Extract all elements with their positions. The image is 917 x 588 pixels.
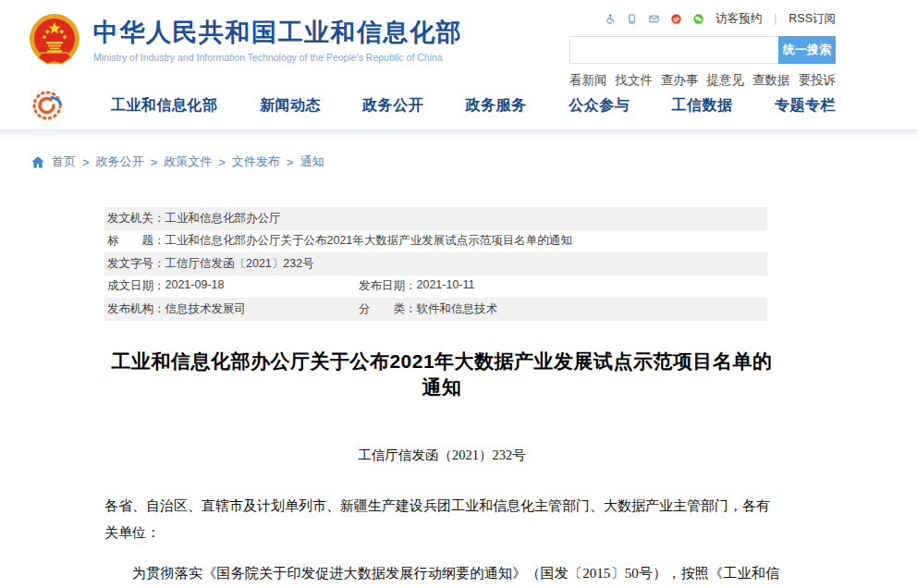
site-header: 中华人民共和国工业和信息化部 Ministry of Industry and … xyxy=(0,0,917,81)
meta-value: 软件和信息技术 xyxy=(417,301,498,317)
header-divider: | xyxy=(774,12,776,25)
meta-label: 发文机关： xyxy=(107,211,165,227)
mobile-icon[interactable] xyxy=(627,10,637,28)
document-area: 发文机关：工业和信息化部办公厅 标 题：工业和信息化部办公厅关于公布2021年大… xyxy=(104,207,779,588)
breadcrumb: 首页 > 政务公开 > 政策文件 > 文件发布 > 通知 xyxy=(31,153,917,170)
quick-link-news[interactable]: 看新闻 xyxy=(569,72,607,89)
accessibility-icon[interactable] xyxy=(605,10,615,28)
breadcrumb-notice[interactable]: 通知 xyxy=(300,153,324,170)
breadcrumb-separator: > xyxy=(151,155,158,169)
quick-link-complaint[interactable]: 要投诉 xyxy=(799,72,837,89)
search-button[interactable]: 统一搜索 xyxy=(778,36,836,64)
meta-value: 工业和信息化部办公厅关于公布2021年大数据产业发展试点示范项目名单的通知 xyxy=(165,233,572,249)
meta-label: 成文日期： xyxy=(107,278,165,294)
miit-gear-icon[interactable] xyxy=(31,89,67,122)
meta-row-doc-number: 发文字号：工信厅信发函〔2021〕232号 xyxy=(104,252,767,276)
document-number: 工信厅信发函（2021）232号 xyxy=(104,447,779,464)
quick-link-services[interactable]: 查办事 xyxy=(661,72,699,89)
quick-link-feedback[interactable]: 提意见 xyxy=(707,72,745,89)
document-salutation: 各省、自治区、直辖市及计划单列市、新疆生产建设兵团工业和信息化主管部门、大数据产… xyxy=(104,493,779,546)
meta-value: 工业和信息化部办公厅 xyxy=(165,211,281,227)
breadcrumb-gov-open[interactable]: 政务公开 xyxy=(96,153,144,170)
quick-link-documents[interactable]: 找文件 xyxy=(616,72,654,89)
meta-value: 工信厅信发函〔2021〕232号 xyxy=(165,256,314,272)
nav-item-data[interactable]: 工信数据 xyxy=(672,96,733,116)
nav-item-topics[interactable]: 专题专栏 xyxy=(775,96,836,116)
quick-links: 看新闻 找文件 查办事 提意见 查数据 要投诉 xyxy=(569,72,836,89)
document-title: 工业和信息化部办公厅关于公布2021年大数据产业发展试点示范项目名单的通知 xyxy=(104,349,779,400)
meta-row-publisher-category: 发布机构：信息技术发展司 分 类：软件和信息技术 xyxy=(104,298,767,321)
breadcrumb-separator: > xyxy=(287,155,294,169)
visitor-appointment-link[interactable]: 访客预约 xyxy=(715,11,762,27)
quick-link-data[interactable]: 查数据 xyxy=(752,72,790,89)
nav-shadow xyxy=(0,129,917,139)
nav-item-participation[interactable]: 公众参与 xyxy=(569,96,630,116)
breadcrumb-policy-files[interactable]: 政策文件 xyxy=(164,153,212,170)
meta-row-issuing-organ: 发文机关：工业和信息化部办公厅 xyxy=(104,207,767,230)
nav-item-miit[interactable]: 工业和信息化部 xyxy=(111,96,218,116)
meta-value: 2021-10-11 xyxy=(417,278,475,294)
meta-value: 信息技术发展司 xyxy=(165,301,247,317)
site-subtitle: Ministry of Industry and Information Tec… xyxy=(93,52,462,63)
breadcrumb-home[interactable]: 首页 xyxy=(52,153,76,170)
wechat-icon[interactable] xyxy=(693,10,703,28)
nav-item-news[interactable]: 新闻动态 xyxy=(260,96,321,116)
mail-icon[interactable] xyxy=(649,10,659,28)
search-input[interactable] xyxy=(569,36,778,64)
meta-label: 发布机构： xyxy=(107,301,165,317)
nav-item-gov-services[interactable]: 政务服务 xyxy=(466,96,527,116)
meta-label: 标 题： xyxy=(107,233,165,249)
meta-label: 发布日期： xyxy=(359,278,417,294)
site-logo[interactable]: 中华人民共和国工业和信息化部 Ministry of Industry and … xyxy=(29,13,462,68)
document-paragraph: 为贯彻落实《国务院关于印发促进大数据发展行动纲要的通知》（国发〔2015〕50号… xyxy=(104,560,779,588)
site-title: 中华人民共和国工业和信息化部 xyxy=(93,18,462,47)
breadcrumb-file-release[interactable]: 文件发布 xyxy=(232,153,280,170)
meta-row-title: 标 题：工业和信息化部办公厅关于公布2021年大数据产业发展试点示范项目名单的通… xyxy=(104,230,767,253)
meta-label: 发文字号： xyxy=(107,256,165,272)
home-icon[interactable] xyxy=(31,155,45,169)
meta-label: 分 类： xyxy=(359,301,417,317)
weibo-icon[interactable] xyxy=(671,10,681,28)
rss-link[interactable]: RSS订阅 xyxy=(789,11,836,27)
header-tools: 访客预约 | RSS订阅 统一搜索 看新闻 找文件 查办事 提意见 查数据 要投… xyxy=(569,7,836,89)
breadcrumb-separator: > xyxy=(218,155,226,169)
meta-row-dates: 成文日期：2021-09-18 发布日期：2021-10-11 xyxy=(104,276,767,299)
meta-value: 2021-09-18 xyxy=(165,278,225,294)
document-meta-table: 发文机关：工业和信息化部办公厅 标 题：工业和信息化部办公厅关于公布2021年大… xyxy=(104,207,767,321)
nav-item-gov-open[interactable]: 政务公开 xyxy=(362,96,423,116)
breadcrumb-separator: > xyxy=(82,155,90,169)
national-emblem-icon xyxy=(29,13,80,68)
